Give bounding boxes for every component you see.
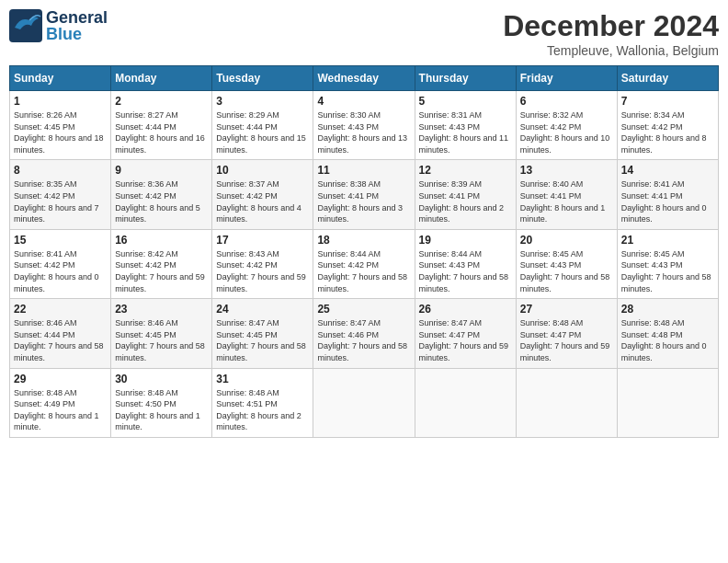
calendar-cell: 14Sunrise: 8:41 AMSunset: 4:41 PMDayligh… (617, 160, 718, 229)
day-number: 1 (14, 95, 107, 108)
calendar-cell: 12Sunrise: 8:39 AMSunset: 4:41 PMDayligh… (415, 160, 516, 229)
logo: General Blue (9, 9, 108, 42)
day-info: Sunrise: 8:37 AMSunset: 4:42 PMDaylight:… (216, 178, 309, 224)
calendar-cell (415, 368, 516, 437)
day-number: 6 (520, 95, 613, 108)
calendar-cell: 5Sunrise: 8:31 AMSunset: 4:43 PMDaylight… (415, 91, 516, 160)
day-info: Sunrise: 8:40 AMSunset: 4:41 PMDaylight:… (520, 178, 613, 224)
day-info: Sunrise: 8:32 AMSunset: 4:42 PMDaylight:… (520, 109, 613, 155)
calendar-cell (516, 368, 617, 437)
calendar-cell: 9Sunrise: 8:36 AMSunset: 4:42 PMDaylight… (111, 160, 212, 229)
day-number: 20 (520, 234, 613, 247)
day-info: Sunrise: 8:45 AMSunset: 4:43 PMDaylight:… (621, 248, 714, 294)
day-info: Sunrise: 8:48 AMSunset: 4:50 PMDaylight:… (115, 387, 208, 433)
day-number: 26 (419, 303, 512, 316)
logo-icon (9, 9, 42, 42)
day-number: 14 (621, 164, 714, 177)
day-info: Sunrise: 8:45 AMSunset: 4:43 PMDaylight:… (520, 248, 613, 294)
day-info: Sunrise: 8:48 AMSunset: 4:51 PMDaylight:… (216, 387, 309, 433)
day-info: Sunrise: 8:47 AMSunset: 4:45 PMDaylight:… (216, 317, 309, 363)
day-info: Sunrise: 8:42 AMSunset: 4:42 PMDaylight:… (115, 248, 208, 294)
day-info: Sunrise: 8:27 AMSunset: 4:44 PMDaylight:… (115, 109, 208, 155)
calendar-cell: 15Sunrise: 8:41 AMSunset: 4:42 PMDayligh… (10, 229, 111, 298)
svg-rect-0 (9, 9, 42, 42)
day-info: Sunrise: 8:48 AMSunset: 4:47 PMDaylight:… (520, 317, 613, 363)
calendar-cell: 6Sunrise: 8:32 AMSunset: 4:42 PMDaylight… (516, 91, 617, 160)
day-info: Sunrise: 8:43 AMSunset: 4:42 PMDaylight:… (216, 248, 309, 294)
day-info: Sunrise: 8:39 AMSunset: 4:41 PMDaylight:… (419, 178, 512, 224)
calendar-body: 1Sunrise: 8:26 AMSunset: 4:45 PMDaylight… (10, 91, 719, 438)
day-number: 12 (419, 164, 512, 177)
day-number: 23 (115, 303, 208, 316)
calendar-cell: 19Sunrise: 8:44 AMSunset: 4:43 PMDayligh… (415, 229, 516, 298)
calendar-cell: 18Sunrise: 8:44 AMSunset: 4:42 PMDayligh… (313, 229, 415, 298)
day-number: 31 (216, 373, 309, 385)
day-info: Sunrise: 8:29 AMSunset: 4:44 PMDaylight:… (216, 109, 309, 155)
logo-text: General Blue (46, 9, 108, 42)
day-number: 17 (216, 234, 309, 247)
calendar-header: SundayMondayTuesdayWednesdayThursdayFrid… (10, 66, 719, 91)
day-number: 25 (317, 303, 410, 316)
day-header-wednesday: Wednesday (313, 66, 415, 91)
calendar-cell: 1Sunrise: 8:26 AMSunset: 4:45 PMDaylight… (10, 91, 111, 160)
day-number: 30 (115, 373, 208, 385)
day-number: 28 (621, 303, 714, 316)
day-number: 11 (317, 164, 410, 177)
day-header-friday: Friday (516, 66, 617, 91)
day-header-tuesday: Tuesday (212, 66, 313, 91)
day-header-thursday: Thursday (415, 66, 516, 91)
day-number: 7 (621, 95, 714, 108)
calendar-cell (617, 368, 718, 437)
day-number: 5 (419, 95, 512, 108)
calendar-cell: 16Sunrise: 8:42 AMSunset: 4:42 PMDayligh… (111, 229, 212, 298)
calendar-week-3: 15Sunrise: 8:41 AMSunset: 4:42 PMDayligh… (10, 229, 719, 298)
day-number: 15 (14, 234, 107, 247)
page-header: General Blue December 2024 Templeuve, Wa… (9, 9, 719, 58)
calendar-cell: 4Sunrise: 8:30 AMSunset: 4:43 PMDaylight… (313, 91, 415, 160)
day-number: 29 (14, 373, 107, 385)
calendar-cell: 29Sunrise: 8:48 AMSunset: 4:49 PMDayligh… (10, 368, 111, 437)
day-header-saturday: Saturday (617, 66, 718, 91)
day-info: Sunrise: 8:46 AMSunset: 4:44 PMDaylight:… (14, 317, 107, 363)
calendar-cell: 3Sunrise: 8:29 AMSunset: 4:44 PMDaylight… (212, 91, 313, 160)
calendar-week-4: 22Sunrise: 8:46 AMSunset: 4:44 PMDayligh… (10, 299, 719, 368)
day-number: 16 (115, 234, 208, 247)
day-info: Sunrise: 8:35 AMSunset: 4:42 PMDaylight:… (14, 178, 107, 224)
day-info: Sunrise: 8:48 AMSunset: 4:48 PMDaylight:… (621, 317, 714, 363)
day-number: 8 (14, 164, 107, 177)
day-number: 13 (520, 164, 613, 177)
day-info: Sunrise: 8:26 AMSunset: 4:45 PMDaylight:… (14, 109, 107, 155)
logo-general-text: General (46, 9, 108, 26)
days-of-week-row: SundayMondayTuesdayWednesdayThursdayFrid… (10, 66, 719, 91)
day-header-monday: Monday (111, 66, 212, 91)
day-info: Sunrise: 8:36 AMSunset: 4:42 PMDaylight:… (115, 178, 208, 224)
day-number: 10 (216, 164, 309, 177)
calendar-cell: 7Sunrise: 8:34 AMSunset: 4:42 PMDaylight… (617, 91, 718, 160)
calendar-cell: 21Sunrise: 8:45 AMSunset: 4:43 PMDayligh… (617, 229, 718, 298)
day-number: 21 (621, 234, 714, 247)
day-info: Sunrise: 8:47 AMSunset: 4:46 PMDaylight:… (317, 317, 410, 363)
day-info: Sunrise: 8:47 AMSunset: 4:47 PMDaylight:… (419, 317, 512, 363)
calendar-cell: 23Sunrise: 8:46 AMSunset: 4:45 PMDayligh… (111, 299, 212, 368)
day-info: Sunrise: 8:41 AMSunset: 4:41 PMDaylight:… (621, 178, 714, 224)
day-number: 2 (115, 95, 208, 108)
day-number: 24 (216, 303, 309, 316)
calendar-cell (313, 368, 415, 437)
calendar-cell: 10Sunrise: 8:37 AMSunset: 4:42 PMDayligh… (212, 160, 313, 229)
day-header-sunday: Sunday (10, 66, 111, 91)
day-info: Sunrise: 8:44 AMSunset: 4:42 PMDaylight:… (317, 248, 410, 294)
day-info: Sunrise: 8:44 AMSunset: 4:43 PMDaylight:… (419, 248, 512, 294)
calendar-cell: 30Sunrise: 8:48 AMSunset: 4:50 PMDayligh… (111, 368, 212, 437)
calendar-week-1: 1Sunrise: 8:26 AMSunset: 4:45 PMDaylight… (10, 91, 719, 160)
calendar-cell: 8Sunrise: 8:35 AMSunset: 4:42 PMDaylight… (10, 160, 111, 229)
calendar-cell: 31Sunrise: 8:48 AMSunset: 4:51 PMDayligh… (212, 368, 313, 437)
day-number: 3 (216, 95, 309, 108)
calendar-cell: 11Sunrise: 8:38 AMSunset: 4:41 PMDayligh… (313, 160, 415, 229)
calendar-week-2: 8Sunrise: 8:35 AMSunset: 4:42 PMDaylight… (10, 160, 719, 229)
calendar-cell: 27Sunrise: 8:48 AMSunset: 4:47 PMDayligh… (516, 299, 617, 368)
calendar-cell: 25Sunrise: 8:47 AMSunset: 4:46 PMDayligh… (313, 299, 415, 368)
day-number: 18 (317, 234, 410, 247)
logo-blue-text: Blue (46, 26, 108, 42)
calendar-cell: 28Sunrise: 8:48 AMSunset: 4:48 PMDayligh… (617, 299, 718, 368)
day-info: Sunrise: 8:46 AMSunset: 4:45 PMDaylight:… (115, 317, 208, 363)
